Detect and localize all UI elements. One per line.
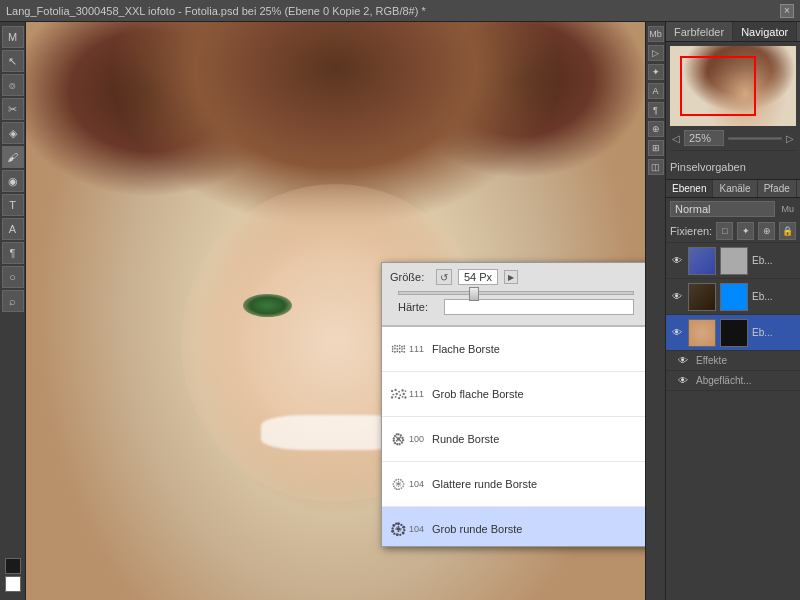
fix-label: Fixieren: [670, 225, 712, 237]
tab-pfade[interactable]: Pfade [758, 180, 797, 197]
tool-brush[interactable]: 🖌 [2, 146, 24, 168]
tool-move[interactable]: ↖ [2, 50, 24, 72]
brush-name-rough-round: Grob runde Borste [432, 523, 523, 535]
close-button[interactable]: × [780, 4, 794, 18]
brush-item-rough-round[interactable]: 104 Grob runde Borste Grob runde Borste [382, 507, 645, 546]
zoom-slider[interactable] [728, 137, 782, 140]
zoom-out-button[interactable]: ◁ [672, 133, 680, 144]
svg-point-23 [392, 394, 394, 396]
tool-lasso[interactable]: ⌾ [2, 74, 24, 96]
svg-point-86 [398, 526, 400, 528]
fix-btn-3[interactable]: ⊕ [758, 222, 775, 240]
canvas-area[interactable]: Größe: ↺ 54 Px ▶ Härte: [26, 22, 645, 600]
svg-point-59 [392, 483, 394, 485]
effect-eye-1[interactable]: 👁 [678, 355, 692, 366]
tool-right-4[interactable]: A [648, 83, 664, 99]
tool-crop[interactable]: ✂ [2, 98, 24, 120]
tool-shape[interactable]: ¶ [2, 242, 24, 264]
hardness-row: Härte: [390, 295, 642, 319]
effect-row-2[interactable]: 👁 Abgeflächt... [666, 371, 800, 391]
tool-zoom[interactable]: ⌕ [2, 290, 24, 312]
mode-dropdown[interactable]: Normal [670, 201, 775, 217]
effect-name-1: Effekte [696, 355, 727, 366]
mu-button[interactable]: Mu [779, 202, 796, 216]
tool-right-2[interactable]: ▷ [648, 45, 664, 61]
hardness-box[interactable] [444, 299, 634, 315]
svg-point-36 [401, 441, 403, 443]
tab-navigator[interactable]: Navigator [733, 22, 797, 41]
svg-point-34 [401, 437, 403, 439]
tool-text[interactable]: T [2, 194, 24, 216]
layer-name-2: Eb... [752, 291, 796, 302]
svg-point-39 [394, 442, 396, 444]
svg-point-50 [400, 479, 402, 481]
tool-right-1[interactable]: Mb [648, 26, 664, 42]
layer-eye-2[interactable]: 👁 [670, 290, 684, 304]
tab-kanaele[interactable]: Kanäle [713, 180, 757, 197]
tool-3d[interactable]: ○ [2, 266, 24, 288]
brush-list[interactable]: 111 Flache Borste [382, 326, 645, 546]
tab-farbfelder[interactable]: Farbfelder [666, 22, 733, 41]
size-label: Größe: [390, 271, 430, 283]
brush-svg-round [388, 424, 409, 454]
svg-point-56 [396, 488, 398, 490]
zoom-value[interactable]: 25% [684, 130, 724, 146]
brush-name-smooth-round: Glattere runde Borste [432, 478, 537, 490]
svg-point-84 [400, 528, 402, 530]
fix-btn-1[interactable]: □ [716, 222, 733, 240]
tool-clone[interactable]: ◉ [2, 170, 24, 192]
navigator-preview[interactable] [670, 46, 796, 126]
tool-right-7[interactable]: ⊞ [648, 140, 664, 156]
svg-point-41 [393, 437, 395, 439]
tool-eyedropper[interactable]: ◈ [2, 122, 24, 144]
layer-row-1[interactable]: 👁 Eb... [666, 243, 800, 279]
size-refresh-button[interactable]: ↺ [436, 269, 452, 285]
svg-point-8 [396, 348, 398, 350]
tool-right-8[interactable]: ◫ [648, 159, 664, 175]
svg-point-61 [395, 479, 397, 481]
brush-name-round: Runde Borste [432, 433, 499, 445]
svg-point-29 [398, 397, 400, 399]
tool-right-6[interactable]: ⊕ [648, 121, 664, 137]
size-slider-container [390, 291, 642, 295]
layer-row-2[interactable]: 👁 Eb... [666, 279, 800, 315]
svg-point-24 [396, 393, 398, 395]
layer-thumb-1 [688, 247, 716, 275]
size-arrow-button[interactable]: ▶ [504, 270, 518, 284]
effect-row-1[interactable]: 👁 Effekte [666, 351, 800, 371]
background-color[interactable] [5, 576, 21, 592]
svg-point-87 [398, 530, 400, 532]
svg-point-70 [396, 483, 397, 484]
size-slider-thumb[interactable] [469, 287, 479, 301]
brush-svg-smooth-round [388, 469, 409, 499]
effect-eye-2[interactable]: 👁 [678, 375, 692, 386]
brush-item-flat[interactable]: 111 Flache Borste [382, 327, 645, 372]
size-value[interactable]: 54 Px [458, 269, 498, 285]
svg-point-62 [397, 483, 400, 486]
layer-mask-thumb-2 [720, 283, 748, 311]
brush-item-smooth-round[interactable]: 104 Glattere runde Borste [382, 462, 645, 507]
layer-row-3[interactable]: 👁 Eb... [666, 315, 800, 351]
svg-point-33 [400, 434, 402, 436]
layer-name-1: Eb... [752, 255, 796, 266]
brush-item-round[interactable]: 100 Runde Borste [382, 417, 645, 462]
svg-point-71 [397, 522, 400, 525]
layer-eye-1[interactable]: 👁 [670, 254, 684, 268]
layer-eye-3[interactable]: 👁 [670, 326, 684, 340]
tab-ebenen[interactable]: Ebenen [666, 180, 713, 197]
fix-btn-2[interactable]: ✦ [737, 222, 754, 240]
tool-marquee[interactable]: M [2, 26, 24, 48]
foreground-color[interactable] [5, 558, 21, 574]
tool-right-5[interactable]: ¶ [648, 102, 664, 118]
brush-item-rough-flat[interactable]: 111 Grob flache Borste [382, 372, 645, 417]
tool-right-3[interactable]: ✦ [648, 64, 664, 80]
tool-path[interactable]: A [2, 218, 24, 240]
svg-point-78 [393, 532, 395, 534]
svg-point-67 [398, 481, 399, 482]
fix-btn-4[interactable]: 🔒 [779, 222, 796, 240]
svg-point-73 [402, 526, 405, 529]
size-slider-track[interactable] [398, 291, 634, 295]
title-bar-text: Lang_Fotolia_3000458_XXL iofoto - Fotoli… [6, 5, 780, 17]
zoom-in-button[interactable]: ▷ [786, 133, 794, 144]
svg-point-10 [401, 348, 403, 350]
